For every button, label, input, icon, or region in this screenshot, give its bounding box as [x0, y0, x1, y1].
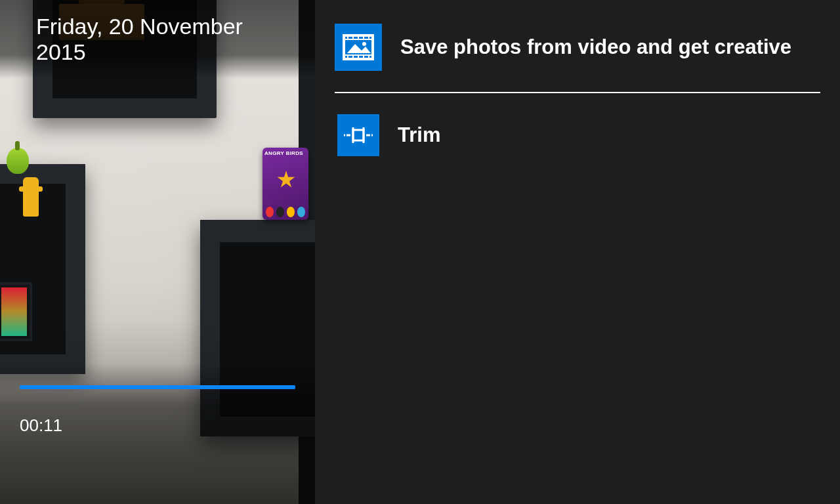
- trim-icon: [337, 114, 379, 156]
- elapsed-time: 00:11: [20, 415, 295, 436]
- menu-item-trim[interactable]: Trim: [335, 92, 820, 177]
- video-controls: 00:11: [0, 363, 315, 504]
- video-date-title: Friday, 20 November 2015: [0, 0, 315, 79]
- svg-rect-15: [353, 130, 364, 140]
- svg-marker-13: [347, 44, 371, 53]
- progress-fill: [20, 385, 295, 389]
- svg-point-14: [362, 42, 366, 46]
- menu-item-label: Trim: [398, 123, 440, 147]
- menu-item-label: Save photos from video and get creative: [400, 35, 791, 59]
- menu-item-save-photos[interactable]: Save photos from video and get creative: [335, 21, 820, 92]
- photo-frame-icon: [335, 24, 382, 71]
- edit-menu: Save photos from video and get creative …: [315, 0, 840, 504]
- progress-bar[interactable]: [20, 385, 295, 389]
- video-preview[interactable]: Friday, 20 November 2015 00:11: [0, 0, 315, 504]
